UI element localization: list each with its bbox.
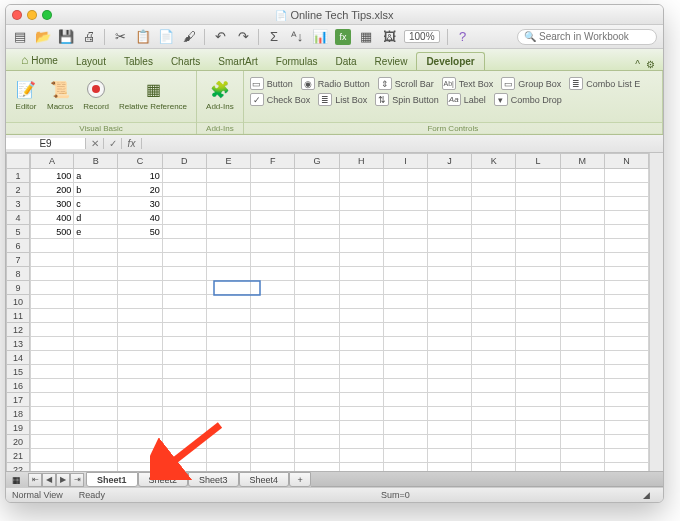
cell[interactable] [561, 309, 605, 323]
cell[interactable] [340, 197, 384, 211]
tab-developer[interactable]: Developer [416, 52, 484, 70]
cell[interactable] [207, 407, 251, 421]
cell[interactable] [251, 351, 295, 365]
fc-text-box[interactable]: Ab|Text Box [442, 77, 494, 90]
cell[interactable] [561, 463, 605, 471]
cell[interactable] [384, 281, 428, 295]
cell[interactable] [472, 351, 516, 365]
cell[interactable] [207, 295, 251, 309]
last-sheet-button[interactable]: ⇥ [70, 473, 84, 487]
row-header[interactable]: 7 [6, 253, 30, 267]
cell[interactable] [295, 435, 339, 449]
cell[interactable] [30, 379, 74, 393]
cell[interactable] [118, 379, 162, 393]
cell[interactable] [516, 407, 560, 421]
editor-button[interactable]: 📝Editor [12, 76, 40, 113]
cell[interactable]: 20 [118, 183, 162, 197]
addins-button[interactable]: 🧩Add-Ins [203, 76, 237, 113]
help-icon[interactable]: ? [455, 29, 471, 45]
cell[interactable] [251, 197, 295, 211]
cell[interactable] [516, 225, 560, 239]
cell[interactable] [605, 337, 649, 351]
sheet-tab-sheet4[interactable]: Sheet4 [239, 472, 290, 487]
cell[interactable] [384, 183, 428, 197]
cell[interactable] [207, 337, 251, 351]
cell[interactable] [605, 463, 649, 471]
cell[interactable] [163, 281, 207, 295]
cell[interactable] [605, 253, 649, 267]
search-box[interactable]: 🔍 [517, 29, 657, 45]
cell[interactable] [472, 365, 516, 379]
cell[interactable] [295, 183, 339, 197]
row-header[interactable]: 16 [6, 379, 30, 393]
cell[interactable] [605, 183, 649, 197]
cell[interactable] [74, 365, 118, 379]
cell[interactable] [384, 407, 428, 421]
cell[interactable] [428, 253, 472, 267]
cell[interactable] [295, 267, 339, 281]
cell[interactable] [74, 239, 118, 253]
row-header[interactable]: 20 [6, 435, 30, 449]
cell[interactable] [207, 393, 251, 407]
column-header[interactable]: E [207, 153, 251, 169]
search-input[interactable] [539, 31, 650, 42]
cell[interactable] [516, 379, 560, 393]
cell[interactable] [516, 309, 560, 323]
column-header[interactable]: D [163, 153, 207, 169]
column-header[interactable]: L [516, 153, 560, 169]
cell[interactable] [428, 239, 472, 253]
row-header[interactable]: 3 [6, 197, 30, 211]
cell[interactable] [251, 435, 295, 449]
cell[interactable] [472, 239, 516, 253]
row-header[interactable]: 1 [6, 169, 30, 183]
cell[interactable] [384, 197, 428, 211]
print-icon[interactable]: 🖨 [81, 29, 97, 45]
cell[interactable] [251, 463, 295, 471]
cell[interactable] [428, 351, 472, 365]
cell[interactable] [605, 211, 649, 225]
cell[interactable] [428, 393, 472, 407]
cell[interactable] [340, 365, 384, 379]
accept-formula-icon[interactable]: ✓ [104, 138, 122, 149]
cell[interactable] [472, 421, 516, 435]
cell[interactable] [340, 309, 384, 323]
cell[interactable] [516, 239, 560, 253]
cell[interactable] [207, 267, 251, 281]
cell[interactable] [118, 267, 162, 281]
grid-main[interactable]: ABCDEFGHIJKLMN 100a10200b20300c30400d405… [30, 153, 649, 471]
cell[interactable] [30, 295, 74, 309]
cell[interactable] [251, 323, 295, 337]
cell[interactable] [516, 281, 560, 295]
cell[interactable] [251, 393, 295, 407]
row-header[interactable]: 13 [6, 337, 30, 351]
cell[interactable] [207, 463, 251, 471]
fc-label[interactable]: AaLabel [447, 93, 486, 106]
cell[interactable] [207, 379, 251, 393]
prev-sheet-button[interactable]: ◀ [42, 473, 56, 487]
cut-icon[interactable]: ✂ [112, 29, 128, 45]
cell[interactable] [340, 449, 384, 463]
cell[interactable] [428, 225, 472, 239]
column-header[interactable]: H [340, 153, 384, 169]
cell[interactable] [163, 463, 207, 471]
cell[interactable] [384, 295, 428, 309]
cell[interactable] [428, 435, 472, 449]
cell[interactable] [605, 407, 649, 421]
cell[interactable] [251, 281, 295, 295]
cell[interactable]: a [74, 169, 118, 183]
tab-charts[interactable]: Charts [162, 53, 209, 70]
cell[interactable] [295, 421, 339, 435]
fc-group-box[interactable]: ▭Group Box [501, 77, 561, 90]
cell[interactable]: 500 [30, 225, 74, 239]
cell[interactable] [472, 435, 516, 449]
cell[interactable] [605, 281, 649, 295]
column-header[interactable]: K [472, 153, 516, 169]
row-header[interactable]: 2 [6, 183, 30, 197]
record-button[interactable]: Record [80, 76, 112, 113]
cell[interactable]: 400 [30, 211, 74, 225]
vertical-scrollbar[interactable] [649, 153, 663, 471]
cell[interactable] [163, 337, 207, 351]
cell[interactable] [74, 323, 118, 337]
column-header[interactable]: B [74, 153, 118, 169]
cell[interactable] [295, 463, 339, 471]
